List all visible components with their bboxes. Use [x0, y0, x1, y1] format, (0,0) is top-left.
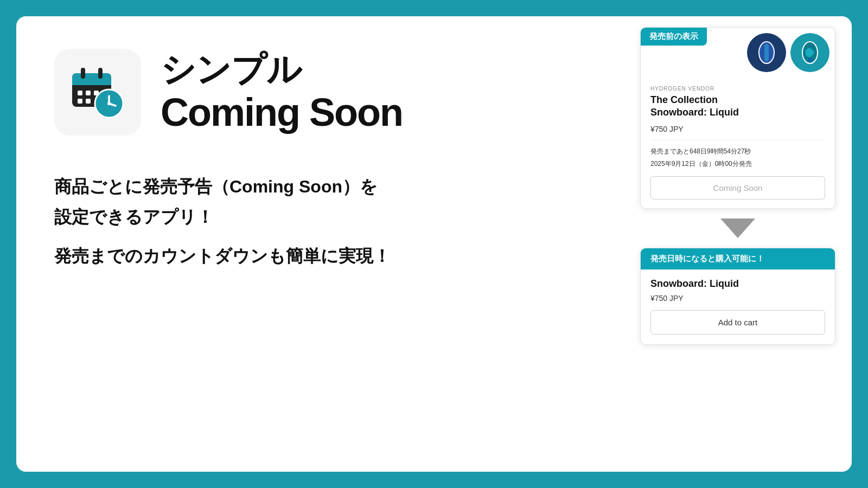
- add-to-cart-button[interactable]: Add to cart: [650, 310, 825, 335]
- release-date-text: 2025年9月12日（金）0時00分発売: [650, 159, 825, 169]
- app-title: シンプル Coming Soon: [161, 50, 403, 134]
- after-card: 発売日時になると購入可能に！ Snowboard: Liquid ¥750 JP…: [640, 248, 835, 345]
- product-img-icon-2: [797, 40, 823, 66]
- svg-rect-5: [78, 91, 82, 95]
- product-img-2: [790, 33, 829, 72]
- product-name: The Collection Snowboard: Liquid: [650, 94, 825, 119]
- vendor-name: HYDROGEN VENDOR: [650, 86, 825, 92]
- after-label: 発売日時になると購入可能に！: [641, 248, 835, 269]
- app-title-jp: シンプル: [161, 50, 403, 88]
- desc-line-3: 発売までのカウントダウンも簡単に実現！: [54, 243, 586, 269]
- before-label: 発売前の表示: [641, 28, 707, 46]
- left-section: シンプル Coming Soon 商品ごとに発売予告（Coming Soon）を…: [16, 16, 624, 472]
- svg-point-14: [107, 102, 111, 105]
- divider: [650, 140, 825, 140]
- product-details: HYDROGEN VENDOR The Collection Snowboard…: [641, 79, 835, 208]
- desc-line-1: 商品ごとに発売予告（Coming Soon）を: [54, 174, 586, 200]
- before-card: 発売前の表示: [640, 27, 835, 209]
- after-product-name: Snowboard: Liquid: [650, 278, 825, 290]
- desc-line-2: 設定できるアプリ！: [54, 204, 586, 230]
- after-price: ¥750 JPY: [650, 294, 825, 303]
- svg-rect-6: [86, 91, 91, 95]
- after-details: Snowboard: Liquid ¥750 JPY Add to cart: [641, 269, 835, 344]
- svg-rect-3: [81, 68, 85, 79]
- svg-rect-9: [86, 99, 91, 104]
- description: 商品ごとに発売予告（Coming Soon）を 設定できるアプリ！ 発売までのカ…: [54, 174, 586, 269]
- svg-rect-8: [78, 99, 82, 104]
- main-card: シンプル Coming Soon 商品ごとに発売予告（Coming Soon）を…: [16, 16, 852, 472]
- right-section: 発売前の表示: [624, 16, 852, 472]
- svg-rect-2: [72, 80, 111, 85]
- svg-rect-16: [764, 44, 769, 61]
- product-img-1: [747, 33, 786, 72]
- calendar-clock-icon: [68, 62, 127, 122]
- svg-rect-4: [98, 68, 103, 79]
- coming-soon-button: Coming Soon: [650, 176, 825, 200]
- product-img-icon-1: [754, 40, 780, 66]
- app-icon: [54, 49, 141, 136]
- app-title-en: Coming Soon: [161, 91, 403, 134]
- countdown-text: 発売まであと648日9時間54分27秒: [650, 147, 825, 156]
- arrow-down-icon: [720, 219, 755, 238]
- app-header: シンプル Coming Soon: [54, 49, 586, 136]
- product-price: ¥750 JPY: [650, 125, 825, 133]
